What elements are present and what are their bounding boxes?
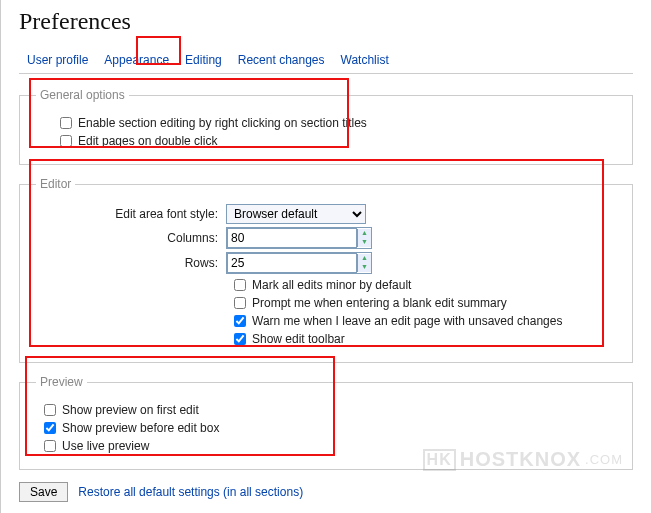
rows-label: Rows: bbox=[36, 256, 226, 270]
general-options-fieldset: General options Enable section editing b… bbox=[19, 88, 633, 165]
restore-defaults-link[interactable]: Restore all default settings (in all sec… bbox=[78, 485, 303, 499]
option-row: Prompt me when entering a blank edit sum… bbox=[234, 296, 616, 310]
footer: Save Restore all default settings (in al… bbox=[19, 482, 633, 502]
columns-down-icon[interactable]: ▼ bbox=[357, 238, 371, 247]
option-row: Show preview before edit box bbox=[36, 421, 616, 435]
preview-legend: Preview bbox=[36, 375, 87, 389]
editor-checks: Mark all edits minor by default Prompt m… bbox=[234, 278, 616, 346]
columns-up-icon[interactable]: ▲ bbox=[357, 229, 371, 238]
tab-user-profile[interactable]: User profile bbox=[19, 47, 96, 73]
checkbox-prompt-blank-summary[interactable] bbox=[234, 297, 246, 309]
page-title: Preferences bbox=[19, 8, 633, 35]
checkbox-label: Prompt me when entering a blank edit sum… bbox=[252, 296, 507, 310]
columns-row: Columns: ▲▼ bbox=[36, 227, 616, 249]
font-style-select[interactable]: Browser default bbox=[226, 204, 366, 224]
rows-input[interactable] bbox=[227, 253, 357, 273]
rows-down-icon[interactable]: ▼ bbox=[357, 263, 371, 272]
checkbox-label: Enable section editing by right clicking… bbox=[78, 116, 367, 130]
option-row: Use live preview bbox=[36, 439, 616, 453]
checkbox-show-preview-before-edit-box[interactable] bbox=[44, 422, 56, 434]
checkbox-show-edit-toolbar[interactable] bbox=[234, 333, 246, 345]
checkbox-label: Show edit toolbar bbox=[252, 332, 345, 346]
tab-recent-changes[interactable]: Recent changes bbox=[230, 47, 333, 73]
preview-fieldset: Preview Show preview on first edit Show … bbox=[19, 375, 633, 470]
tab-editing[interactable]: Editing bbox=[177, 47, 230, 73]
save-button[interactable]: Save bbox=[19, 482, 68, 502]
option-row: Mark all edits minor by default bbox=[234, 278, 616, 292]
checkbox-label: Warn me when I leave an edit page with u… bbox=[252, 314, 562, 328]
general-options-legend: General options bbox=[36, 88, 129, 102]
editor-legend: Editor bbox=[36, 177, 75, 191]
option-row: Edit pages on double click bbox=[36, 134, 616, 148]
option-row: Show preview on first edit bbox=[36, 403, 616, 417]
tab-watchlist[interactable]: Watchlist bbox=[333, 47, 397, 73]
option-row: Warn me when I leave an edit page with u… bbox=[234, 314, 616, 328]
editor-fieldset: Editor Edit area font style: Browser def… bbox=[19, 177, 633, 363]
checkbox-edit-pages-double-click[interactable] bbox=[60, 135, 72, 147]
checkbox-use-live-preview[interactable] bbox=[44, 440, 56, 452]
checkbox-label: Show preview before edit box bbox=[62, 421, 219, 435]
rows-up-icon[interactable]: ▲ bbox=[357, 254, 371, 263]
columns-input[interactable] bbox=[227, 228, 357, 248]
checkbox-label: Show preview on first edit bbox=[62, 403, 199, 417]
columns-label: Columns: bbox=[36, 231, 226, 245]
option-row: Show edit toolbar bbox=[234, 332, 616, 346]
checkbox-show-preview-first-edit[interactable] bbox=[44, 404, 56, 416]
checkbox-enable-section-editing[interactable] bbox=[60, 117, 72, 129]
checkbox-warn-unsaved[interactable] bbox=[234, 315, 246, 327]
checkbox-label: Edit pages on double click bbox=[78, 134, 217, 148]
font-style-row: Edit area font style: Browser default bbox=[36, 204, 616, 224]
checkbox-mark-edits-minor[interactable] bbox=[234, 279, 246, 291]
checkbox-label: Mark all edits minor by default bbox=[252, 278, 411, 292]
checkbox-label: Use live preview bbox=[62, 439, 149, 453]
rows-row: Rows: ▲▼ bbox=[36, 252, 616, 274]
tab-appearance[interactable]: Appearance bbox=[96, 47, 177, 73]
option-row: Enable section editing by right clicking… bbox=[36, 116, 616, 130]
font-style-label: Edit area font style: bbox=[36, 207, 226, 221]
tabs-bar: User profile Appearance Editing Recent c… bbox=[19, 47, 633, 74]
